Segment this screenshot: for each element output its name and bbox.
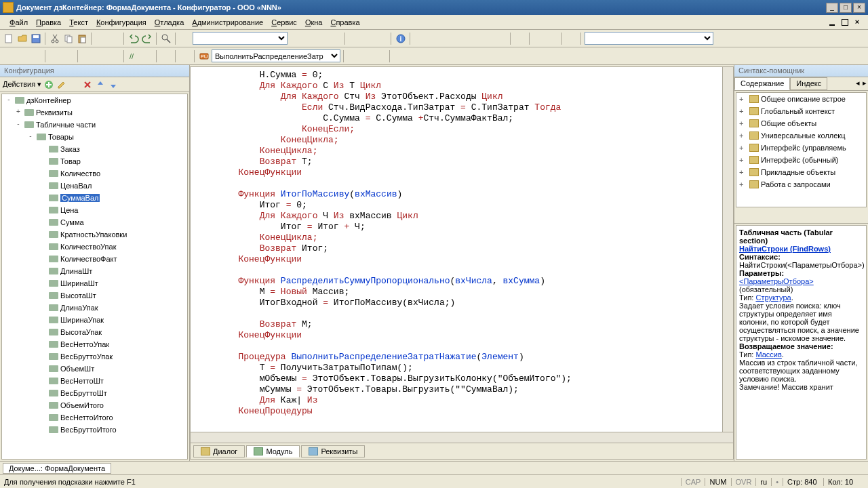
tb2-icon-1[interactable] [3, 50, 15, 62]
tree-item[interactable]: Заказ [2, 143, 187, 155]
help-title-link[interactable]: НайтиСтроки (FindRows) [739, 245, 831, 253]
edit-icon[interactable] [56, 79, 67, 90]
syntax-tree-item[interactable]: +Общие объекты [736, 117, 866, 129]
tree-item[interactable]: -дзКонтейнер [2, 94, 187, 106]
syntax-tree-item[interactable]: +Интерфейс (обычный) [736, 154, 866, 166]
menu-config[interactable]: Конфигурация [92, 17, 151, 28]
info-icon[interactable]: i [395, 33, 407, 45]
tree-item[interactable]: Сумма [2, 216, 187, 228]
menu-file[interactable]: Файл [5, 17, 32, 28]
mdi-restore-icon[interactable] [840, 17, 850, 28]
help-tb-3[interactable] [808, 210, 821, 222]
help-type-link[interactable]: Структура [755, 293, 791, 302]
syntax-tree-item[interactable]: +Общее описание встрое [736, 93, 866, 105]
editor-hscrollbar[interactable] [191, 432, 733, 443]
tree-item[interactable]: ШиринаУпак [2, 314, 187, 326]
help-tb-1[interactable] [737, 210, 749, 222]
copy-icon[interactable] [62, 33, 75, 45]
tab-requisites[interactable]: Реквизиты [301, 445, 365, 458]
tb-icon-4[interactable] [330, 33, 342, 45]
tb-icon-14[interactable] [547, 33, 559, 45]
menu-help[interactable]: Справка [326, 17, 363, 28]
tb-icon-11[interactable] [495, 33, 507, 45]
tb-icon-3[interactable] [316, 33, 328, 45]
tree-item[interactable]: КоличествоФакт [2, 253, 187, 265]
print-icon[interactable] [95, 33, 107, 45]
redo-icon[interactable] [141, 33, 153, 45]
compile-icon[interactable] [179, 50, 191, 62]
tb2-icon-3[interactable] [30, 50, 42, 62]
help-tb-6[interactable] [853, 210, 865, 222]
tree-item[interactable]: Товар [2, 155, 187, 167]
menu-text[interactable]: Текст [65, 17, 92, 28]
up-icon[interactable] [95, 79, 106, 90]
syntax-tree-item[interactable]: +Глобальный контекст [736, 105, 866, 117]
paste-icon[interactable] [76, 33, 88, 45]
tree-item[interactable]: +Реквизиты [2, 106, 187, 119]
doc-tab[interactable]: Докуме...: ФормаДокумента [3, 463, 111, 474]
undo-icon[interactable] [127, 33, 140, 45]
tb-icon-10[interactable] [481, 33, 494, 45]
cut-icon[interactable] [49, 33, 61, 45]
tab-module[interactable]: Модуль [246, 445, 300, 458]
delete-icon[interactable] [82, 79, 93, 90]
tb2-icon-6[interactable] [81, 50, 94, 62]
tb2-icon-5[interactable] [62, 50, 75, 62]
tree-item[interactable]: ДлинаУпак [2, 302, 187, 314]
down-icon[interactable] [108, 79, 119, 90]
help-param-link[interactable]: <ПараметрыОтбора> [739, 277, 814, 285]
tab-dialog[interactable]: Диалог [193, 445, 245, 458]
tree-item[interactable]: ВесНеттоУпак [2, 338, 187, 350]
help-icon[interactable] [566, 33, 578, 45]
menu-debug[interactable]: Отладка [151, 17, 189, 28]
tab-contents[interactable]: Содержание [734, 77, 790, 90]
tb2-icon-13[interactable] [393, 50, 406, 62]
mdi-close-icon[interactable]: × [852, 17, 863, 28]
help-tb-5[interactable] [838, 210, 850, 222]
tree-item[interactable]: ВесБруттоУпак [2, 350, 187, 363]
tree-item[interactable]: ВысотаУпак [2, 326, 187, 338]
run-icon[interactable] [349, 33, 361, 45]
tb-icon-13[interactable] [533, 33, 545, 45]
save-icon[interactable] [30, 33, 42, 45]
tree-item[interactable]: ВесНеттоШт [2, 375, 187, 387]
tree-item[interactable]: ОбъемШт [2, 363, 187, 375]
tb2-icon-10[interactable] [347, 50, 359, 62]
tree-item[interactable]: ЦенаВал [2, 180, 187, 192]
syntax-tree-item[interactable]: +Работа с запросами [736, 178, 866, 190]
menu-edit[interactable]: Правка [32, 17, 65, 28]
help-ret-type-link[interactable]: Массив [755, 350, 781, 359]
tb-icon-7[interactable] [441, 33, 453, 45]
tb2-icon-7[interactable] [95, 50, 107, 62]
tb-icon-9[interactable] [468, 33, 480, 45]
tb-icon-5[interactable] [414, 33, 426, 45]
comment-icon[interactable]: // [127, 50, 140, 62]
tree-item[interactable]: КратностьУпаковки [2, 228, 187, 241]
tb-icon-1[interactable] [289, 33, 301, 45]
code-editor[interactable]: Н.Сумма = 0; Для Каждого С Из Т Цикл Для… [191, 67, 722, 432]
tree-item[interactable]: Количество [2, 167, 187, 180]
help-tb-4[interactable] [823, 210, 835, 222]
tb2-icon-11[interactable] [361, 50, 373, 62]
tree-item[interactable]: СуммаВал [2, 192, 187, 204]
tb-icon-12[interactable] [514, 33, 526, 45]
syntax-tree-item[interactable]: +Универсальные коллекц [736, 129, 866, 142]
tb-icon-2[interactable] [302, 33, 315, 45]
tb-icon-6[interactable] [427, 33, 439, 45]
tree-item[interactable]: ШиринаШт [2, 277, 187, 289]
tb2-icon-9[interactable] [160, 50, 172, 62]
syntax-tree-item[interactable]: +Интерфейс (управляемь [736, 142, 866, 154]
editor-vscrollbar[interactable] [722, 67, 733, 432]
tb2-icon-14[interactable] [407, 50, 419, 62]
close-button[interactable]: × [853, 3, 865, 13]
tree-item[interactable]: ВысотаШт [2, 289, 187, 302]
zoom-combo[interactable] [193, 32, 288, 45]
actions-dropdown[interactable]: Действия ▾ [3, 80, 41, 89]
tb2-icon-12[interactable] [374, 50, 387, 62]
procedure-combo[interactable]: ВыполнитьРаспределениеЗатр [212, 49, 340, 62]
menu-windows[interactable]: Окна [301, 17, 327, 28]
scroll-right-icon[interactable]: ▸ [861, 77, 868, 90]
tree-item[interactable]: ВесБруттоШт [2, 387, 187, 399]
proc-icon[interactable]: PU [198, 50, 210, 62]
tree-item[interactable]: ОбъемИтого [2, 399, 187, 411]
